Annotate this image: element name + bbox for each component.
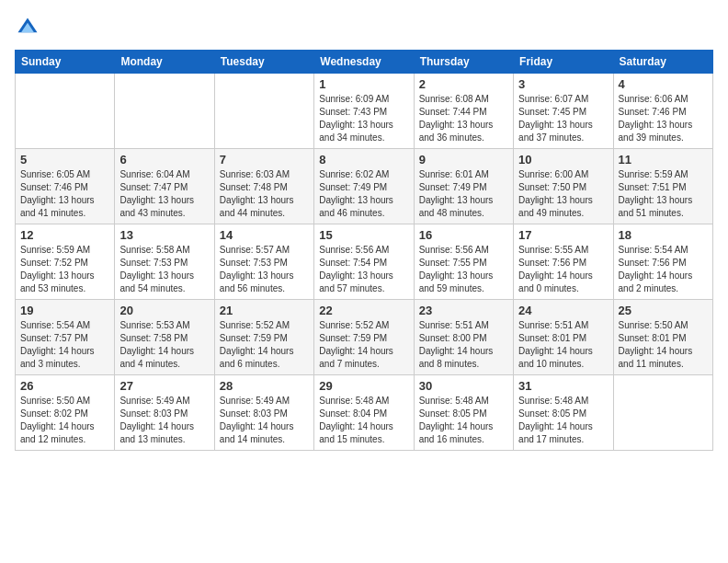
day-info: Sunrise: 5:48 AM Sunset: 8:05 PM Dayligh…: [419, 395, 508, 446]
calendar-cell: 9Sunrise: 6:01 AM Sunset: 7:49 PM Daylig…: [414, 149, 513, 224]
calendar-cell: 26Sunrise: 5:50 AM Sunset: 8:02 PM Dayli…: [16, 375, 115, 451]
day-info: Sunrise: 6:08 AM Sunset: 7:44 PM Dayligh…: [419, 93, 508, 144]
calendar-cell: 27Sunrise: 5:49 AM Sunset: 8:03 PM Dayli…: [115, 375, 214, 451]
day-info: Sunrise: 5:50 AM Sunset: 8:02 PM Dayligh…: [20, 395, 109, 446]
calendar-cell: 18Sunrise: 5:54 AM Sunset: 7:56 PM Dayli…: [613, 224, 712, 300]
weekday-header-wednesday: Wednesday: [314, 51, 414, 74]
weekday-header-thursday: Thursday: [414, 51, 513, 74]
day-number: 11: [619, 153, 708, 167]
day-number: 13: [119, 228, 209, 242]
weekday-header-sunday: Sunday: [16, 51, 115, 74]
day-number: 26: [20, 379, 109, 393]
calendar-cell: 5Sunrise: 6:05 AM Sunset: 7:46 PM Daylig…: [16, 149, 115, 224]
weekday-header-monday: Monday: [115, 51, 214, 74]
calendar-cell: [613, 375, 712, 451]
calendar-week-row: 1Sunrise: 6:09 AM Sunset: 7:43 PM Daylig…: [16, 74, 713, 149]
day-number: 21: [220, 304, 309, 317]
day-info: Sunrise: 5:50 AM Sunset: 8:01 PM Dayligh…: [619, 319, 708, 371]
calendar-cell: 22Sunrise: 5:52 AM Sunset: 7:59 PM Dayli…: [314, 300, 414, 375]
day-number: 20: [119, 304, 209, 317]
day-info: Sunrise: 6:02 AM Sunset: 7:49 PM Dayligh…: [319, 168, 408, 220]
day-info: Sunrise: 5:51 AM Sunset: 8:01 PM Dayligh…: [518, 319, 608, 371]
day-info: Sunrise: 5:48 AM Sunset: 8:05 PM Dayligh…: [518, 395, 608, 446]
calendar-week-row: 19Sunrise: 5:54 AM Sunset: 7:57 PM Dayli…: [16, 300, 713, 375]
day-info: Sunrise: 5:52 AM Sunset: 7:59 PM Dayligh…: [319, 319, 408, 371]
weekday-header-tuesday: Tuesday: [214, 51, 313, 74]
day-number: 27: [119, 379, 209, 393]
day-number: 6: [119, 153, 209, 167]
day-number: 17: [518, 228, 608, 242]
calendar-week-row: 12Sunrise: 5:59 AM Sunset: 7:52 PM Dayli…: [16, 224, 713, 300]
calendar-header: SundayMondayTuesdayWednesdayThursdayFrid…: [16, 51, 713, 74]
calendar-cell: 15Sunrise: 5:56 AM Sunset: 7:54 PM Dayli…: [314, 224, 414, 300]
day-info: Sunrise: 5:56 AM Sunset: 7:54 PM Dayligh…: [319, 244, 408, 295]
day-number: 2: [419, 77, 508, 91]
calendar-cell: 12Sunrise: 5:59 AM Sunset: 7:52 PM Dayli…: [16, 224, 115, 300]
calendar-cell: [115, 74, 214, 149]
calendar-table: SundayMondayTuesdayWednesdayThursdayFrid…: [15, 50, 713, 451]
day-number: 3: [518, 77, 608, 91]
calendar-body: 1Sunrise: 6:09 AM Sunset: 7:43 PM Daylig…: [16, 74, 713, 451]
day-number: 14: [220, 228, 309, 242]
calendar-cell: 6Sunrise: 6:04 AM Sunset: 7:47 PM Daylig…: [115, 149, 214, 224]
day-number: 16: [419, 228, 508, 242]
calendar-cell: 16Sunrise: 5:56 AM Sunset: 7:55 PM Dayli…: [414, 224, 513, 300]
day-info: Sunrise: 5:54 AM Sunset: 7:56 PM Dayligh…: [619, 244, 708, 295]
calendar-cell: 13Sunrise: 5:58 AM Sunset: 7:53 PM Dayli…: [115, 224, 214, 300]
page-header: [15, 15, 713, 40]
calendar-cell: 31Sunrise: 5:48 AM Sunset: 8:05 PM Dayli…: [514, 375, 613, 451]
day-number: 4: [619, 77, 708, 91]
day-info: Sunrise: 6:01 AM Sunset: 7:49 PM Dayligh…: [419, 168, 508, 220]
day-number: 31: [518, 379, 608, 393]
day-number: 18: [619, 228, 708, 242]
weekday-header-row: SundayMondayTuesdayWednesdayThursdayFrid…: [16, 51, 713, 74]
day-info: Sunrise: 5:48 AM Sunset: 8:04 PM Dayligh…: [319, 395, 408, 446]
day-info: Sunrise: 5:57 AM Sunset: 7:53 PM Dayligh…: [220, 244, 309, 295]
calendar-cell: 17Sunrise: 5:55 AM Sunset: 7:56 PM Dayli…: [514, 224, 613, 300]
calendar-cell: 25Sunrise: 5:50 AM Sunset: 8:01 PM Dayli…: [613, 300, 712, 375]
day-number: 5: [20, 153, 109, 167]
day-number: 22: [319, 304, 408, 317]
calendar-cell: 30Sunrise: 5:48 AM Sunset: 8:05 PM Dayli…: [414, 375, 513, 451]
calendar-cell: [16, 74, 115, 149]
day-info: Sunrise: 5:54 AM Sunset: 7:57 PM Dayligh…: [20, 319, 109, 371]
calendar-cell: 8Sunrise: 6:02 AM Sunset: 7:49 PM Daylig…: [314, 149, 414, 224]
calendar-cell: 24Sunrise: 5:51 AM Sunset: 8:01 PM Dayli…: [514, 300, 613, 375]
calendar-cell: 23Sunrise: 5:51 AM Sunset: 8:00 PM Dayli…: [414, 300, 513, 375]
day-info: Sunrise: 6:07 AM Sunset: 7:45 PM Dayligh…: [518, 93, 608, 144]
weekday-header-friday: Friday: [514, 51, 613, 74]
calendar-cell: [214, 74, 313, 149]
day-info: Sunrise: 6:03 AM Sunset: 7:48 PM Dayligh…: [220, 168, 309, 220]
day-number: 15: [319, 228, 408, 242]
day-number: 25: [619, 304, 708, 317]
day-number: 24: [518, 304, 608, 317]
calendar-cell: 2Sunrise: 6:08 AM Sunset: 7:44 PM Daylig…: [414, 74, 513, 149]
calendar-cell: 7Sunrise: 6:03 AM Sunset: 7:48 PM Daylig…: [214, 149, 313, 224]
day-info: Sunrise: 5:59 AM Sunset: 7:51 PM Dayligh…: [619, 168, 708, 220]
day-number: 12: [20, 228, 109, 242]
logo: [15, 15, 44, 40]
calendar-cell: 11Sunrise: 5:59 AM Sunset: 7:51 PM Dayli…: [613, 149, 712, 224]
day-number: 28: [220, 379, 309, 393]
day-number: 10: [518, 153, 608, 167]
calendar-cell: 14Sunrise: 5:57 AM Sunset: 7:53 PM Dayli…: [214, 224, 313, 300]
day-info: Sunrise: 5:49 AM Sunset: 8:03 PM Dayligh…: [220, 395, 309, 446]
day-info: Sunrise: 5:59 AM Sunset: 7:52 PM Dayligh…: [20, 244, 109, 295]
day-info: Sunrise: 6:06 AM Sunset: 7:46 PM Dayligh…: [619, 93, 708, 144]
calendar-cell: 10Sunrise: 6:00 AM Sunset: 7:50 PM Dayli…: [514, 149, 613, 224]
day-info: Sunrise: 5:49 AM Sunset: 8:03 PM Dayligh…: [119, 395, 209, 446]
calendar-cell: 21Sunrise: 5:52 AM Sunset: 7:59 PM Dayli…: [214, 300, 313, 375]
day-info: Sunrise: 5:52 AM Sunset: 7:59 PM Dayligh…: [220, 319, 309, 371]
calendar-cell: 29Sunrise: 5:48 AM Sunset: 8:04 PM Dayli…: [314, 375, 414, 451]
calendar-cell: 28Sunrise: 5:49 AM Sunset: 8:03 PM Dayli…: [214, 375, 313, 451]
calendar-cell: 4Sunrise: 6:06 AM Sunset: 7:46 PM Daylig…: [613, 74, 712, 149]
day-number: 1: [319, 77, 408, 91]
day-info: Sunrise: 6:05 AM Sunset: 7:46 PM Dayligh…: [20, 168, 109, 220]
logo-icon: [15, 15, 40, 40]
day-info: Sunrise: 5:51 AM Sunset: 8:00 PM Dayligh…: [419, 319, 508, 371]
day-number: 7: [220, 153, 309, 167]
day-number: 29: [319, 379, 408, 393]
calendar-week-row: 5Sunrise: 6:05 AM Sunset: 7:46 PM Daylig…: [16, 149, 713, 224]
day-info: Sunrise: 5:55 AM Sunset: 7:56 PM Dayligh…: [518, 244, 608, 295]
day-number: 23: [419, 304, 508, 317]
